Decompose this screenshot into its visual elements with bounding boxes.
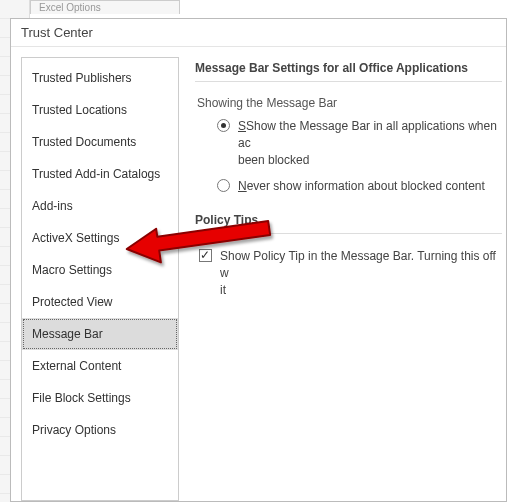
subheading-showing-message-bar: Showing the Message Bar [197,96,502,110]
sidebar-item-protected-view[interactable]: Protected View [22,286,178,318]
settings-content: Message Bar Settings for all Office Appl… [191,57,506,501]
category-sidebar: Trusted Publishers Trusted Locations Tru… [21,57,179,501]
window-body: Trusted Publishers Trusted Locations Tru… [11,47,506,501]
section-message-bar-settings: Message Bar Settings for all Office Appl… [195,61,502,82]
checkbox-icon[interactable] [199,249,212,262]
background-window-tab: Excel Options [30,0,180,14]
sidebar-item-activex-settings[interactable]: ActiveX Settings [22,222,178,254]
checkbox-show-policy-tip[interactable]: Show Policy Tip in the Message Bar. Turn… [199,248,502,298]
window-titlebar: Trust Center [11,19,506,47]
radio-label: SShow the Message Bar in all application… [238,118,502,168]
radio-icon[interactable] [217,119,230,132]
sidebar-item-external-content[interactable]: External Content [22,350,178,382]
window-title: Trust Center [21,25,93,40]
section-policy-tips: Policy Tips [195,213,502,234]
radio-label: Never show information about blocked con… [238,178,485,195]
sidebar-item-macro-settings[interactable]: Macro Settings [22,254,178,286]
sidebar-item-trusted-documents[interactable]: Trusted Documents [22,126,178,158]
trust-center-window: Trust Center Trusted Publishers Trusted … [10,18,507,502]
sidebar-item-file-block-settings[interactable]: File Block Settings [22,382,178,414]
sidebar-item-privacy-options[interactable]: Privacy Options [22,414,178,446]
radio-show-message-bar[interactable]: SShow the Message Bar in all application… [217,118,502,168]
radio-icon[interactable] [217,179,230,192]
sidebar-item-trusted-locations[interactable]: Trusted Locations [22,94,178,126]
radio-never-show-info[interactable]: Never show information about blocked con… [217,178,502,195]
sidebar-item-trusted-addin-catalogs[interactable]: Trusted Add-in Catalogs [22,158,178,190]
sidebar-item-add-ins[interactable]: Add-ins [22,190,178,222]
sidebar-item-trusted-publishers[interactable]: Trusted Publishers [22,62,178,94]
checkbox-label: Show Policy Tip in the Message Bar. Turn… [220,248,502,298]
sidebar-item-message-bar[interactable]: Message Bar [22,318,178,350]
